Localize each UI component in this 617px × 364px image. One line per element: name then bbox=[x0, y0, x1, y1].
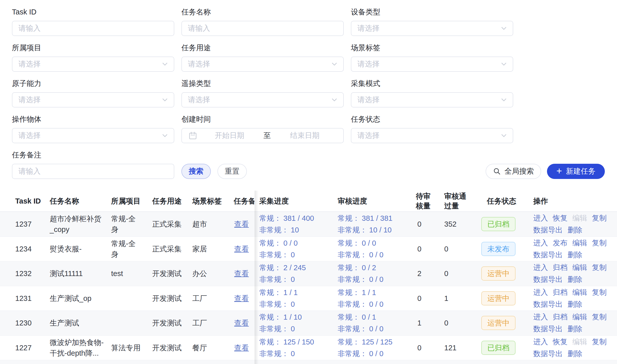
filter-field-task-remark: 任务备注 请输入 bbox=[12, 150, 174, 179]
operation-object-select[interactable]: 请选择 bbox=[12, 128, 174, 143]
action-link[interactable]: 数据导出 bbox=[533, 348, 563, 360]
project-select[interactable]: 请选择 bbox=[12, 57, 174, 72]
create-task-button[interactable]: + 新建任务 bbox=[547, 164, 605, 179]
action-link[interactable]: 数据导出 bbox=[533, 323, 563, 335]
task-status-select[interactable]: 请选择 bbox=[351, 128, 513, 143]
reset-button[interactable]: 重置 bbox=[217, 164, 247, 179]
task-purpose-select[interactable]: 请选择 bbox=[181, 57, 344, 72]
cell-name: 超市冷鲜柜补货_copy bbox=[50, 213, 109, 235]
action-link[interactable]: 复制 bbox=[592, 311, 607, 323]
action-link[interactable]: 编辑 bbox=[572, 262, 587, 274]
collect-mode-select[interactable]: 请选择 bbox=[351, 92, 513, 107]
next-row-partial bbox=[0, 360, 617, 364]
action-link[interactable]: 归档 bbox=[553, 286, 568, 298]
action-link[interactable]: 恢复 bbox=[553, 336, 568, 348]
collect-regular: 常规： 1 / 10 bbox=[259, 311, 337, 323]
collect-irregular: 非常规： 0 bbox=[259, 298, 337, 310]
action-link[interactable]: 进入 bbox=[533, 286, 548, 298]
cell-scene: 办公 bbox=[192, 268, 230, 279]
actions-line2: 数据导出删除 bbox=[533, 348, 615, 360]
filter-label: 设备类型 bbox=[351, 7, 513, 17]
cell-collect-progress: 常规： 2 / 245 非常规： 0 bbox=[259, 262, 337, 285]
cell-task-id: 1237 bbox=[15, 219, 48, 229]
action-link[interactable]: 删除 bbox=[568, 323, 582, 335]
remark-view-link[interactable]: 查看 bbox=[234, 245, 249, 253]
remark-view-link[interactable]: 查看 bbox=[234, 220, 249, 228]
review-irregular: 非常规： 0 / 0 bbox=[338, 348, 415, 359]
action-link[interactable]: 编辑 bbox=[572, 237, 587, 249]
action-link[interactable]: 复制 bbox=[592, 262, 607, 274]
cell-pending-count: 0 bbox=[417, 244, 440, 254]
cell-task-id: 1231 bbox=[15, 293, 48, 304]
action-link[interactable]: 数据导出 bbox=[533, 249, 563, 261]
create-time-range[interactable]: 开始日期 至 结束日期 bbox=[181, 128, 344, 143]
action-link[interactable]: 进入 bbox=[533, 262, 548, 274]
cell-purpose: 开发测试 bbox=[152, 318, 190, 328]
chevron-down-icon bbox=[500, 60, 508, 68]
action-link[interactable]: 进入 bbox=[533, 237, 548, 249]
action-link[interactable]: 进入 bbox=[533, 336, 548, 348]
actions-line1: 进入归档编辑复制 bbox=[533, 262, 615, 274]
cell-actions: 进入归档编辑复制 数据导出删除 bbox=[533, 311, 615, 335]
action-link[interactable]: 发布 bbox=[553, 237, 568, 249]
action-link[interactable]: 进入 bbox=[533, 311, 548, 323]
remark-view-link[interactable]: 查看 bbox=[234, 319, 249, 327]
action-link[interactable]: 删除 bbox=[568, 274, 582, 285]
action-link[interactable]: 复制 bbox=[592, 286, 607, 298]
global-search-button[interactable]: 全局搜索 bbox=[486, 164, 541, 179]
atomic-ability-select[interactable]: 请选择 bbox=[12, 92, 174, 107]
action-link[interactable]: 删除 bbox=[568, 249, 582, 261]
cell-task-id: 1230 bbox=[15, 318, 48, 328]
filter-label: 遥操类型 bbox=[181, 78, 344, 88]
device-type-select[interactable]: 请选择 bbox=[351, 21, 513, 36]
review-regular: 常规： 1 / 1 bbox=[338, 287, 415, 298]
cell-scene: 家居 bbox=[192, 244, 230, 254]
action-link[interactable]: 复制 bbox=[592, 336, 607, 348]
action-link[interactable]: 数据导出 bbox=[533, 224, 563, 236]
cell-pending-count: 0 bbox=[417, 342, 440, 353]
cell-remark: 查看 bbox=[234, 244, 254, 254]
filter-label: 任务用途 bbox=[181, 43, 344, 53]
cell-pending-count: 0 bbox=[417, 219, 440, 229]
placeholder-text: 请输入 bbox=[188, 23, 210, 33]
action-link[interactable]: 复制 bbox=[592, 212, 607, 224]
filter-label: 任务备注 bbox=[12, 150, 174, 160]
task-remark-input[interactable]: 请输入 bbox=[12, 164, 174, 179]
chevron-down-icon bbox=[161, 60, 169, 68]
cell-purpose: 开发测试 bbox=[152, 342, 190, 353]
placeholder-text: 请输入 bbox=[19, 23, 41, 33]
action-link[interactable]: 归档 bbox=[553, 311, 568, 323]
scene-tag-select[interactable]: 请选择 bbox=[351, 57, 513, 72]
remark-view-link[interactable]: 查看 bbox=[234, 294, 249, 302]
cell-remark: 查看 bbox=[234, 293, 254, 304]
review-regular: 常规： 0 / 0 bbox=[338, 237, 415, 249]
header-task-id: Task ID bbox=[15, 196, 41, 206]
action-link[interactable]: 数据导出 bbox=[533, 298, 563, 310]
filter-field-scene-tag: 场景标签 请选择 bbox=[351, 43, 513, 72]
task-id-input[interactable]: 请输入 bbox=[12, 21, 174, 36]
placeholder-text: 请选择 bbox=[188, 95, 210, 105]
action-link[interactable]: 编辑 bbox=[572, 286, 587, 298]
actions-line2: 数据导出删除 bbox=[533, 298, 615, 310]
action-link: 编辑 bbox=[572, 336, 587, 348]
search-button[interactable]: 搜索 bbox=[181, 164, 211, 179]
chevron-down-icon bbox=[500, 96, 508, 104]
cell-collect-progress: 常规： 125 / 150 非常规： 0 bbox=[259, 336, 337, 359]
action-link[interactable]: 删除 bbox=[568, 224, 582, 236]
action-link[interactable]: 恢复 bbox=[553, 212, 568, 224]
remark-view-link[interactable]: 查看 bbox=[234, 269, 249, 278]
review-irregular: 非常规： 10 / 10 bbox=[338, 224, 415, 236]
remark-view-link[interactable]: 查看 bbox=[234, 344, 249, 352]
action-link[interactable]: 复制 bbox=[592, 237, 607, 249]
action-link[interactable]: 删除 bbox=[568, 298, 582, 310]
teleop-type-select[interactable]: 请选择 bbox=[181, 92, 344, 107]
cell-task-id: 1234 bbox=[15, 244, 48, 254]
task-name-input[interactable]: 请输入 bbox=[181, 21, 344, 36]
action-link[interactable]: 编辑 bbox=[572, 311, 587, 323]
action-link[interactable]: 数据导出 bbox=[533, 274, 563, 285]
cell-remark: 查看 bbox=[234, 318, 254, 328]
action-link[interactable]: 进入 bbox=[533, 212, 548, 224]
action-link[interactable]: 删除 bbox=[568, 348, 582, 360]
action-link[interactable]: 归档 bbox=[553, 262, 568, 274]
header-pending-count: 待审核量 bbox=[416, 191, 432, 211]
